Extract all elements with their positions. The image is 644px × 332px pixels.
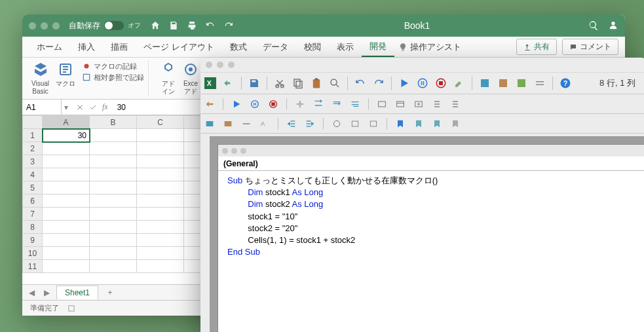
svg-rect-31 [206, 121, 214, 126]
copy-icon[interactable] [292, 77, 304, 89]
tab-home[interactable]: ホーム [29, 37, 70, 57]
quick-watch-icon[interactable] [432, 99, 442, 109]
parameter-info-icon[interactable] [223, 119, 233, 129]
paste-icon[interactable] [311, 77, 322, 89]
prev-bookmark-icon[interactable] [432, 119, 442, 129]
next-bookmark-icon[interactable] [413, 119, 424, 129]
row-header[interactable]: 1 [23, 129, 43, 142]
svg-rect-27 [379, 101, 386, 107]
tab-formulas[interactable]: 数式 [222, 37, 255, 57]
tab-draw[interactable]: 描画 [103, 37, 136, 57]
tab-data[interactable]: データ [255, 37, 296, 57]
watch-icon[interactable] [413, 99, 424, 109]
autosave-toggle[interactable]: 自動保存 オフ [69, 20, 141, 31]
home-icon[interactable] [150, 20, 161, 31]
design-icon[interactable] [453, 77, 465, 89]
excel-addin-icon[interactable] [183, 62, 199, 77]
pause-icon[interactable] [417, 77, 428, 89]
col-header[interactable]: C [137, 116, 184, 129]
compile-icon[interactable] [204, 99, 215, 109]
stop-icon[interactable] [435, 77, 447, 89]
svg-point-1 [85, 64, 89, 69]
help-icon[interactable]: ? [559, 77, 571, 89]
toggle-breakpoint-icon[interactable] [331, 119, 342, 129]
tab-developer[interactable]: 開発 [362, 37, 394, 57]
sheet-nav-next[interactable]: ▶ [41, 288, 52, 297]
confirm-icon[interactable] [89, 103, 97, 111]
redo-icon[interactable] [223, 20, 234, 31]
complete-word-icon[interactable] [241, 119, 252, 129]
uncomment-icon[interactable] [368, 119, 379, 129]
object-browser-icon[interactable] [516, 77, 527, 89]
svg-point-23 [252, 100, 259, 107]
step-out-icon[interactable] [350, 99, 360, 109]
save-icon[interactable] [248, 77, 260, 89]
share-button[interactable]: 共有 [516, 39, 557, 55]
record-macro-button[interactable]: マクロの記録 [82, 62, 144, 71]
svg-point-14 [331, 79, 337, 85]
vbe-titlebar[interactable] [200, 58, 644, 72]
list-members-icon[interactable] [204, 119, 215, 129]
immediate-icon[interactable] [395, 99, 406, 109]
macros-icon[interactable] [58, 62, 73, 77]
search-icon[interactable] [588, 20, 599, 31]
excel-icon[interactable]: X [204, 77, 216, 89]
object-dropdown[interactable]: (General) [218, 157, 644, 171]
sheet-nav-prev[interactable]: ◀ [26, 288, 37, 297]
col-header[interactable]: B [90, 116, 137, 129]
outdent-icon[interactable] [286, 119, 297, 129]
col-header[interactable]: A [43, 116, 90, 129]
svg-rect-17 [440, 82, 443, 85]
locals-icon[interactable] [377, 99, 387, 109]
undo-icon[interactable] [205, 20, 216, 31]
code-window-titlebar[interactable] [218, 145, 644, 157]
step-into-icon[interactable] [313, 99, 324, 109]
indent-icon[interactable] [305, 119, 315, 129]
svg-rect-29 [415, 101, 423, 107]
window-controls[interactable] [29, 22, 60, 29]
project-icon[interactable] [479, 77, 491, 89]
ribbon-tabs: ホーム 挿入 描画 ページ レイアウト 数式 データ 校閲 表示 開発 操作アシ… [22, 37, 625, 58]
comment-block-icon[interactable] [350, 119, 360, 129]
call-stack-icon[interactable] [450, 99, 461, 109]
properties-icon[interactable] [497, 77, 509, 89]
toggle-switch[interactable] [104, 21, 124, 30]
run-icon[interactable] [231, 99, 242, 109]
bookmark-icon[interactable] [395, 119, 406, 129]
addin-label: アド イン [161, 80, 176, 96]
account-icon[interactable] [608, 20, 618, 31]
cut-icon[interactable] [274, 77, 286, 89]
save-icon[interactable] [168, 20, 179, 31]
visual-basic-icon[interactable] [33, 62, 48, 77]
tab-view[interactable]: 表示 [329, 37, 362, 57]
fx-label[interactable]: fx [102, 102, 108, 112]
undo-icon[interactable] [354, 77, 366, 89]
relative-ref-button[interactable]: 相対参照で記録 [82, 73, 144, 83]
find-icon[interactable] [329, 77, 341, 89]
cell-a1[interactable]: 30 [43, 129, 90, 142]
tab-review[interactable]: 校閲 [296, 37, 329, 57]
code-editor[interactable]: Sub ちょっとミスしても正しく動かせる在庫数マクロ() Dim stock1 … [218, 171, 644, 262]
run-icon[interactable] [398, 77, 410, 89]
stop-icon[interactable] [268, 99, 278, 109]
tools-icon[interactable] [223, 77, 235, 89]
comment-button[interactable]: コメント [562, 39, 618, 55]
accessibility-icon[interactable] [67, 304, 76, 313]
pause-icon[interactable] [250, 99, 260, 109]
add-sheet-button[interactable]: ＋ [102, 287, 118, 298]
breakpoint-icon[interactable] [295, 99, 305, 109]
step-over-icon[interactable] [331, 99, 342, 109]
cancel-icon[interactable] [76, 103, 84, 111]
indent-icon[interactable]: A [259, 119, 270, 129]
tab-page-layout[interactable]: ページ レイアウト [136, 37, 222, 57]
clear-bookmarks-icon[interactable] [450, 119, 461, 129]
addin-icon[interactable] [161, 62, 176, 77]
sheet-tab[interactable]: Sheet1 [56, 286, 98, 299]
redo-icon[interactable] [373, 77, 385, 89]
print-icon[interactable] [187, 20, 197, 31]
svg-rect-10 [294, 79, 300, 86]
toolbox-icon[interactable] [534, 77, 546, 89]
tell-me[interactable]: 操作アシスト [398, 41, 461, 53]
tab-insert[interactable]: 挿入 [70, 37, 103, 57]
name-box[interactable]: A1 [22, 100, 62, 115]
